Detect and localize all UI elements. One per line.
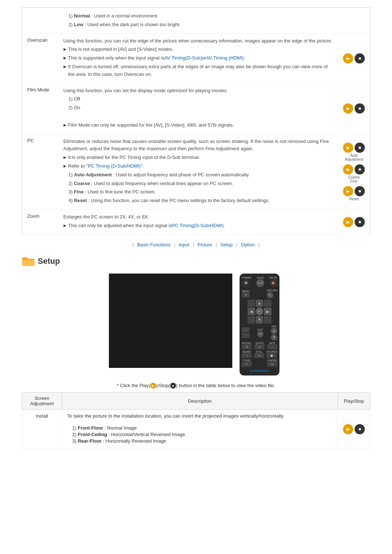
term-fine: Fine — [74, 189, 84, 194]
play-stop-install: ▶ ■ — [343, 424, 365, 434]
icon-col-zoom: ▶ ■ — [338, 209, 370, 234]
remote-blank-btn[interactable]: □ — [242, 353, 252, 358]
samsung-logo: SAMSUNG — [242, 369, 277, 373]
remote-menu-btn[interactable]: ☰ — [242, 292, 250, 297]
remote-mute-btn[interactable]: 🔇 — [269, 279, 277, 287]
remote-nav-pad: ▲ ◀ ↵ ▶ ▼ — [248, 300, 271, 324]
remote-power-label: POWER — [242, 276, 251, 279]
pc-item-3: 3) Fine : Used to fine tune the PC scree… — [69, 188, 333, 196]
nav-basic-functions[interactable]: Basic Functions — [137, 242, 171, 247]
nav-empty-tr — [264, 300, 271, 307]
stop-icon-pc-1[interactable]: ■ — [355, 143, 365, 153]
film-mode-item-2: 2) On — [69, 104, 333, 112]
stop-icon-pc-2[interactable]: ■ — [355, 164, 365, 175]
remote-mute-label: MUTE — [269, 276, 277, 279]
remote-auto-btn[interactable]: AUTO — [256, 279, 264, 287]
remote-pmode-btn[interactable]: M — [267, 362, 277, 367]
link-pc-timing-zoom[interactable]: PC Timing(D-Sub/HDMI) — [172, 222, 224, 230]
numbered-item-2: 2) Low : Used when the dark part is show… — [69, 21, 333, 29]
remote-vol-row: + - EXIT ✕ VOL ▲ ▼ — [242, 325, 277, 341]
play-icon-pc-1[interactable]: ▶ — [343, 143, 353, 153]
nav-center-btn[interactable]: ↵ — [256, 308, 264, 315]
install-item-3: 3) Rear-Floor : Horizontally Reversed Im… — [72, 438, 332, 444]
stop-icon-zoom[interactable]: ■ — [355, 217, 365, 227]
remote-install-btn[interactable]: ⚙ — [242, 344, 252, 349]
label-blank — [22, 8, 58, 34]
play-icon-zoom[interactable]: ▶ — [343, 217, 353, 227]
nav-left-btn[interactable]: ◀ — [248, 308, 255, 315]
bottom-icon-col-install: ▶ ■ — [338, 410, 370, 449]
stop-icon-pc-3[interactable]: ■ — [355, 186, 365, 196]
nav-picture[interactable]: Picture — [197, 242, 212, 247]
remote-info-btn[interactable]: i — [267, 344, 277, 349]
overscan-bullet-1: This is not supported in [AV] and [S-Vid… — [64, 46, 333, 53]
stop-icon-install[interactable]: ■ — [355, 424, 365, 434]
page-wrapper: 1) Normal : Used in a normal environment… — [0, 0, 392, 456]
term-reset: Reset — [74, 198, 87, 203]
remote-top-row: POWER ⏻ AUTO AUTO MUTE 🔇 — [242, 276, 277, 287]
remote-container: POWER ⏻ AUTO AUTO MUTE 🔇 MENU — [240, 274, 283, 376]
link-pc-timing[interactable]: PC Timing (D-Sub/HDMI) — [88, 163, 141, 170]
nav-right-btn[interactable]: ▶ — [264, 308, 271, 315]
icon-col-film-mode: ▶ ■ — [338, 83, 370, 134]
film-mode-footer: Film Mode can only be supported for the … — [64, 122, 333, 129]
play-icon-pc-2[interactable]: ▶ — [343, 164, 353, 175]
overscan-bullet-3: If Overscan is turned off, unnecessary e… — [64, 63, 333, 78]
play-icon-pc-3[interactable]: ▶ — [343, 186, 353, 196]
zoom-desc: Enlarges the PC screen to 2X, 4X, or 8X. — [64, 213, 333, 221]
remote-vol-btn[interactable]: ▲ — [271, 328, 277, 334]
link-av-timing-dsub[interactable]: AV Timing(D-Sub) — [164, 54, 202, 62]
play-icon-film-mode[interactable]: ▶ — [343, 103, 353, 114]
stop-icon-overscan[interactable]: ■ — [355, 53, 365, 63]
overscan-bullet-2: This is supported only when the input si… — [64, 54, 333, 62]
remote-vol-label: VOL — [271, 325, 277, 328]
remote-vol-down-btn[interactable]: - — [242, 333, 250, 338]
remote-vol-up-btn[interactable]: + — [242, 327, 250, 332]
pc-icons-group2: ▶ ■ CoarseFine — [343, 164, 365, 183]
install-item-1: 1) Front-Floor : Normal Image — [72, 425, 332, 431]
play-stop-film-mode: ▶ ■ — [343, 103, 365, 114]
nav-option[interactable]: Option — [241, 242, 255, 247]
term-low: Low — [74, 22, 83, 27]
term-auto-adj: Auto Adjustment — [74, 172, 112, 177]
pc-item-2: 2) Coarse : Used to adjust frequency whe… — [69, 180, 333, 188]
nav-down-btn[interactable]: ▼ — [256, 316, 264, 324]
label-pc: PC — [22, 134, 58, 209]
remote-pmode-label: P.MODE — [267, 359, 277, 362]
play-icon-overscan[interactable]: ▶ — [343, 53, 353, 63]
play-icon-install[interactable]: ▶ — [343, 424, 353, 434]
link-av-timing-hdmi[interactable]: AV Timing (HDMI) — [206, 54, 244, 62]
film-mode-item-1: 1) Off — [69, 95, 333, 103]
nav-sep-3: | — [216, 242, 217, 247]
remote-power-btn[interactable]: ⏻ — [242, 279, 250, 287]
nav-up-btn[interactable]: ▲ — [256, 300, 264, 307]
remote-psize-btn[interactable]: P — [242, 362, 252, 367]
remote-return-label: RETURN — [267, 289, 277, 292]
nav-empty-bl — [248, 316, 255, 324]
click-info: * Click the Play(▶)/Stop(■) button in th… — [22, 383, 370, 389]
remote-still-label: STILL — [254, 350, 264, 353]
click-info-play: ▶ — [150, 383, 156, 389]
term-coarse: Coarse — [74, 181, 90, 186]
remote-vol-down-btn2[interactable]: ▼ — [271, 334, 277, 341]
click-stop-icon: ■ — [170, 383, 176, 389]
click-play-icon: ▶ — [150, 383, 156, 389]
bottom-content-table: ScreenAdjustment Description Play/Stop I… — [22, 392, 370, 449]
pc-item-4: 4) Reset : Using this function, you can … — [69, 197, 333, 205]
desc-pc: Eliminates or reduces noise that causes … — [58, 134, 338, 209]
label-overscan: Overscan — [22, 33, 58, 83]
nav-setup[interactable]: Setup — [220, 242, 233, 247]
remote-quick-btn[interactable]: Q — [254, 344, 265, 349]
desc-overscan: Using this function, you can cut the edg… — [58, 33, 338, 83]
remote-exit-btn[interactable]: ✕ — [257, 331, 264, 337]
remote-return-btn[interactable]: ↩ — [267, 292, 273, 298]
remote-still-btn[interactable]: ⏸ — [254, 353, 264, 358]
nav-input[interactable]: Input — [179, 242, 189, 247]
remote-source-btn[interactable]: ⬤ — [266, 353, 277, 358]
play-stop-pc-2: ▶ ■ — [343, 164, 365, 175]
bottom-table-row-install: Install To tailor the picture to the ins… — [22, 410, 370, 449]
pc-bullet-1: It is only enabled for the PC Timing inp… — [64, 154, 333, 161]
zoom-bullet-1: This can only be adjusted when the input… — [64, 222, 333, 230]
tv-image — [109, 274, 232, 368]
stop-icon-film-mode[interactable]: ■ — [355, 103, 365, 114]
